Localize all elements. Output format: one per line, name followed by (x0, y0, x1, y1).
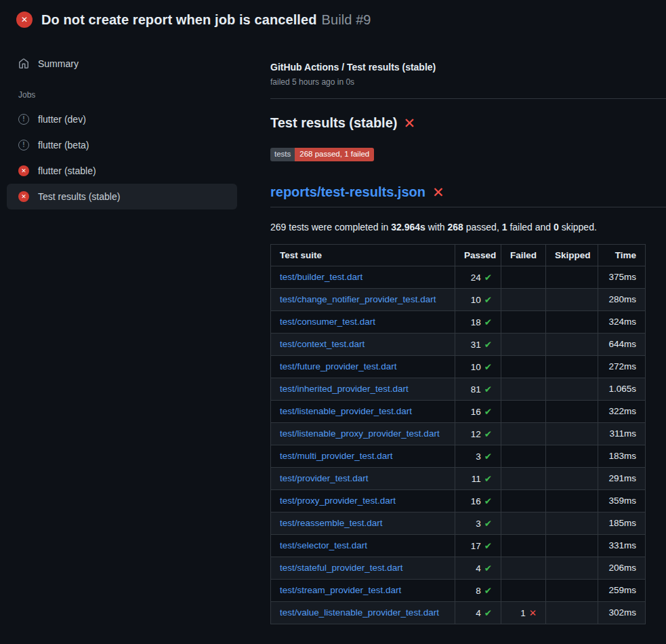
passed-cell: 10✔ (455, 355, 501, 378)
test-suite-link[interactable]: test/change_notifier_provider_test.dart (280, 294, 436, 304)
table-row: test/reassemble_test.dart3✔185ms (271, 512, 646, 534)
passed-cell: 16✔ (455, 489, 501, 512)
time-cell: 375ms (598, 266, 646, 288)
suite-cell: test/listenable_proxy_provider_test.dart (271, 422, 455, 445)
col-failed: Failed (501, 244, 546, 266)
sidebar-item-job[interactable]: !flutter (dev) (7, 106, 237, 132)
table-row: test/listenable_provider_test.dart16✔322… (271, 400, 646, 422)
check-icon: ✔ (484, 608, 492, 618)
report-heading: reports/test-results.json ✕ (270, 184, 666, 207)
failed-cell (501, 489, 546, 512)
skipped-cell (546, 489, 598, 512)
suite-cell: test/builder_test.dart (271, 266, 455, 288)
table-row: test/value_listenable_provider_test.dart… (271, 601, 646, 624)
count-value: 24 (471, 273, 481, 283)
count-value: 31 (471, 340, 481, 350)
skipped-cell (546, 512, 598, 534)
table-row: test/consumer_test.dart18✔324ms (271, 310, 646, 333)
sidebar-item-job[interactable]: ✕Test results (stable) (7, 184, 237, 209)
passed-cell: 31✔ (455, 333, 501, 355)
sidebar-item-job[interactable]: ✕flutter (stable) (7, 158, 237, 184)
suite-cell: test/context_test.dart (271, 333, 455, 355)
skipped-cell (546, 467, 598, 489)
count-value: 12 (471, 429, 481, 439)
count-value: 10 (471, 362, 481, 372)
alert-circle-icon: ! (18, 114, 29, 125)
table-row: test/future_provider_test.dart10✔272ms (271, 355, 646, 378)
check-icon: ✔ (484, 474, 492, 484)
test-suite-link[interactable]: test/listenable_provider_test.dart (280, 406, 412, 416)
test-suite-link[interactable]: test/reassemble_test.dart (280, 518, 383, 528)
table-row: test/stream_provider_test.dart8✔259ms (271, 579, 646, 601)
test-suite-link[interactable]: test/context_test.dart (280, 339, 365, 349)
passed-cell: 81✔ (455, 378, 501, 400)
skipped-cell (546, 601, 598, 624)
failed-cell (501, 467, 546, 489)
count-value: 10 (471, 295, 481, 305)
failed-cell (501, 310, 546, 333)
test-suite-link[interactable]: test/consumer_test.dart (280, 317, 375, 327)
table-row: test/provider_test.dart11✔291ms (271, 467, 646, 489)
summary-text: 269 tests were completed in (270, 222, 391, 233)
col-skipped: Skipped (546, 244, 598, 266)
breadcrumb: GitHub Actions / Test results (stable) (270, 62, 666, 73)
time-cell: 302ms (598, 601, 646, 624)
test-suite-link[interactable]: test/inherited_provider_test.dart (280, 384, 409, 394)
build-header: ✕ Do not create report when job is cance… (0, 0, 666, 37)
passed-cell: 11✔ (455, 467, 501, 489)
check-icon: ✔ (484, 362, 492, 372)
suite-cell: test/provider_test.dart (271, 467, 455, 489)
suite-cell: test/stateful_provider_test.dart (271, 557, 455, 579)
test-suite-link[interactable]: test/selector_test.dart (280, 540, 367, 550)
suite-cell: test/multi_provider_test.dart (271, 445, 455, 467)
check-icon: ✔ (484, 273, 492, 283)
test-suite-link[interactable]: test/future_provider_test.dart (280, 361, 397, 371)
time-cell: 322ms (598, 400, 646, 422)
sidebar: Summary Jobs !flutter (dev)!flutter (bet… (0, 37, 244, 209)
test-suite-link[interactable]: test/proxy_provider_test.dart (280, 496, 396, 506)
badge-label: tests (270, 148, 295, 161)
skipped-cell (546, 288, 598, 310)
time-cell: 259ms (598, 579, 646, 601)
report-file-link[interactable]: reports/test-results.json (270, 184, 425, 200)
time-cell: 324ms (598, 310, 646, 333)
results-table: Test suite Passed Failed Skipped Time te… (270, 244, 646, 624)
failed-cell (501, 512, 546, 534)
sidebar-item-job[interactable]: !flutter (beta) (7, 132, 237, 158)
summary-line: 269 tests were completed in 32.964s with… (270, 222, 666, 233)
suite-cell: test/selector_test.dart (271, 534, 455, 557)
build-title-text: Do not create report when job is cancell… (41, 12, 317, 27)
suite-cell: test/proxy_provider_test.dart (271, 489, 455, 512)
count-value: 3 (476, 519, 481, 529)
failed-cell (501, 422, 546, 445)
test-suite-link[interactable]: test/multi_provider_test.dart (280, 451, 393, 461)
test-suite-link[interactable]: test/stateful_provider_test.dart (280, 563, 403, 573)
time-cell: 291ms (598, 467, 646, 489)
passed-cell: 4✔ (455, 601, 501, 624)
test-suite-link[interactable]: test/builder_test.dart (280, 272, 362, 282)
test-suite-link[interactable]: test/listenable_proxy_provider_test.dart (280, 428, 440, 439)
passed-cell: 17✔ (455, 534, 501, 557)
time-cell: 272ms (598, 355, 646, 378)
sidebar-jobs-list: !flutter (dev)!flutter (beta)✕flutter (s… (7, 106, 237, 209)
test-suite-link[interactable]: test/stream_provider_test.dart (280, 585, 401, 595)
check-icon: ✔ (484, 340, 492, 350)
count-value: 3 (476, 451, 481, 462)
sidebar-item-summary[interactable]: Summary (7, 51, 237, 77)
failed-cell (501, 266, 546, 288)
passed-cell: 12✔ (455, 422, 501, 445)
time-cell: 359ms (598, 489, 646, 512)
check-icon: ✔ (484, 496, 492, 506)
failed-cell (501, 579, 546, 601)
x-icon: ✕ (529, 608, 537, 618)
build-number: Build #9 (322, 12, 371, 27)
failed-cell (501, 378, 546, 400)
passed-cell: 4✔ (455, 557, 501, 579)
suite-cell: test/reassemble_test.dart (271, 512, 455, 534)
tests-badge: tests 268 passed, 1 failed (270, 148, 374, 161)
x-circle-icon: ✕ (16, 12, 33, 28)
test-suite-link[interactable]: test/provider_test.dart (280, 473, 369, 483)
sidebar-item-label: flutter (stable) (38, 165, 96, 176)
test-suite-link[interactable]: test/value_listenable_provider_test.dart (280, 607, 439, 618)
col-time: Time (598, 244, 646, 266)
